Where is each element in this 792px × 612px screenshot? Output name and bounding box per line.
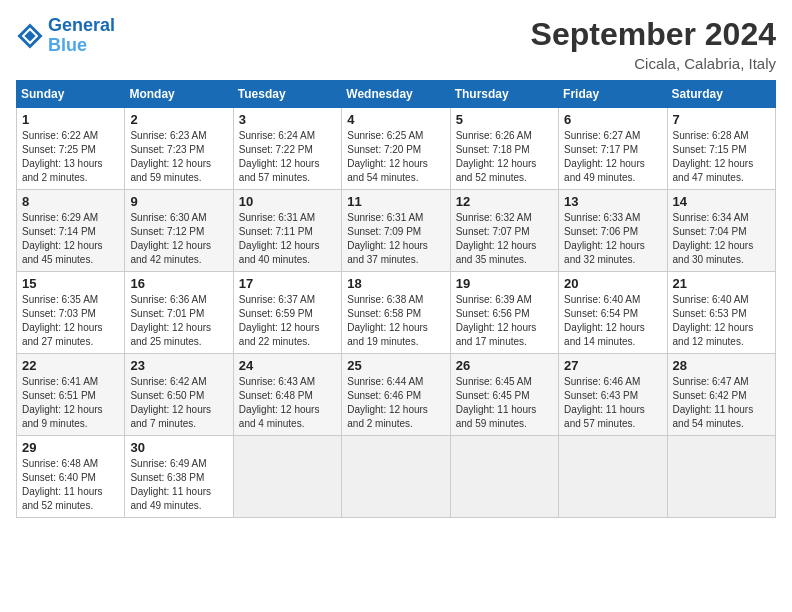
- day-detail: Sunrise: 6:35 AM Sunset: 7:03 PM Dayligh…: [22, 293, 119, 349]
- day-detail: Sunrise: 6:27 AM Sunset: 7:17 PM Dayligh…: [564, 129, 661, 185]
- day-detail: Sunrise: 6:31 AM Sunset: 7:09 PM Dayligh…: [347, 211, 444, 267]
- day-number: 26: [456, 358, 553, 373]
- weekday-header-saturday: Saturday: [667, 81, 775, 108]
- calendar-day-1: 1Sunrise: 6:22 AM Sunset: 7:25 PM Daylig…: [17, 108, 125, 190]
- day-detail: Sunrise: 6:24 AM Sunset: 7:22 PM Dayligh…: [239, 129, 336, 185]
- day-detail: Sunrise: 6:33 AM Sunset: 7:06 PM Dayligh…: [564, 211, 661, 267]
- calendar-day-21: 21Sunrise: 6:40 AM Sunset: 6:53 PM Dayli…: [667, 272, 775, 354]
- day-number: 2: [130, 112, 227, 127]
- day-detail: Sunrise: 6:38 AM Sunset: 6:58 PM Dayligh…: [347, 293, 444, 349]
- day-number: 24: [239, 358, 336, 373]
- calendar-day-23: 23Sunrise: 6:42 AM Sunset: 6:50 PM Dayli…: [125, 354, 233, 436]
- day-number: 7: [673, 112, 770, 127]
- calendar-day-20: 20Sunrise: 6:40 AM Sunset: 6:54 PM Dayli…: [559, 272, 667, 354]
- weekday-header-tuesday: Tuesday: [233, 81, 341, 108]
- day-number: 16: [130, 276, 227, 291]
- day-number: 14: [673, 194, 770, 209]
- day-detail: Sunrise: 6:43 AM Sunset: 6:48 PM Dayligh…: [239, 375, 336, 431]
- day-number: 30: [130, 440, 227, 455]
- calendar-day-16: 16Sunrise: 6:36 AM Sunset: 7:01 PM Dayli…: [125, 272, 233, 354]
- calendar-day-5: 5Sunrise: 6:26 AM Sunset: 7:18 PM Daylig…: [450, 108, 558, 190]
- day-detail: Sunrise: 6:25 AM Sunset: 7:20 PM Dayligh…: [347, 129, 444, 185]
- day-number: 12: [456, 194, 553, 209]
- day-number: 1: [22, 112, 119, 127]
- day-detail: Sunrise: 6:29 AM Sunset: 7:14 PM Dayligh…: [22, 211, 119, 267]
- day-detail: Sunrise: 6:32 AM Sunset: 7:07 PM Dayligh…: [456, 211, 553, 267]
- calendar-day-19: 19Sunrise: 6:39 AM Sunset: 6:56 PM Dayli…: [450, 272, 558, 354]
- weekday-header-monday: Monday: [125, 81, 233, 108]
- calendar-day-14: 14Sunrise: 6:34 AM Sunset: 7:04 PM Dayli…: [667, 190, 775, 272]
- logo: General Blue: [16, 16, 115, 56]
- calendar-day-10: 10Sunrise: 6:31 AM Sunset: 7:11 PM Dayli…: [233, 190, 341, 272]
- calendar-day-28: 28Sunrise: 6:47 AM Sunset: 6:42 PM Dayli…: [667, 354, 775, 436]
- calendar-day-13: 13Sunrise: 6:33 AM Sunset: 7:06 PM Dayli…: [559, 190, 667, 272]
- page-header: General Blue September 2024 Cicala, Cala…: [16, 16, 776, 72]
- location-subtitle: Cicala, Calabria, Italy: [531, 55, 776, 72]
- title-block: September 2024 Cicala, Calabria, Italy: [531, 16, 776, 72]
- calendar-day-15: 15Sunrise: 6:35 AM Sunset: 7:03 PM Dayli…: [17, 272, 125, 354]
- calendar-day-22: 22Sunrise: 6:41 AM Sunset: 6:51 PM Dayli…: [17, 354, 125, 436]
- empty-cell: [667, 436, 775, 518]
- day-detail: Sunrise: 6:49 AM Sunset: 6:38 PM Dayligh…: [130, 457, 227, 513]
- day-detail: Sunrise: 6:30 AM Sunset: 7:12 PM Dayligh…: [130, 211, 227, 267]
- day-detail: Sunrise: 6:44 AM Sunset: 6:46 PM Dayligh…: [347, 375, 444, 431]
- calendar-day-8: 8Sunrise: 6:29 AM Sunset: 7:14 PM Daylig…: [17, 190, 125, 272]
- day-detail: Sunrise: 6:46 AM Sunset: 6:43 PM Dayligh…: [564, 375, 661, 431]
- empty-cell: [559, 436, 667, 518]
- calendar-day-6: 6Sunrise: 6:27 AM Sunset: 7:17 PM Daylig…: [559, 108, 667, 190]
- day-number: 6: [564, 112, 661, 127]
- day-number: 11: [347, 194, 444, 209]
- empty-cell: [342, 436, 450, 518]
- empty-cell: [233, 436, 341, 518]
- day-detail: Sunrise: 6:48 AM Sunset: 6:40 PM Dayligh…: [22, 457, 119, 513]
- day-number: 29: [22, 440, 119, 455]
- day-number: 17: [239, 276, 336, 291]
- calendar-day-27: 27Sunrise: 6:46 AM Sunset: 6:43 PM Dayli…: [559, 354, 667, 436]
- empty-cell: [450, 436, 558, 518]
- day-detail: Sunrise: 6:31 AM Sunset: 7:11 PM Dayligh…: [239, 211, 336, 267]
- day-number: 9: [130, 194, 227, 209]
- calendar-day-4: 4Sunrise: 6:25 AM Sunset: 7:20 PM Daylig…: [342, 108, 450, 190]
- day-detail: Sunrise: 6:23 AM Sunset: 7:23 PM Dayligh…: [130, 129, 227, 185]
- day-number: 15: [22, 276, 119, 291]
- day-detail: Sunrise: 6:36 AM Sunset: 7:01 PM Dayligh…: [130, 293, 227, 349]
- calendar-day-9: 9Sunrise: 6:30 AM Sunset: 7:12 PM Daylig…: [125, 190, 233, 272]
- day-number: 18: [347, 276, 444, 291]
- weekday-header-friday: Friday: [559, 81, 667, 108]
- logo-icon: [16, 22, 44, 50]
- day-detail: Sunrise: 6:26 AM Sunset: 7:18 PM Dayligh…: [456, 129, 553, 185]
- calendar-day-18: 18Sunrise: 6:38 AM Sunset: 6:58 PM Dayli…: [342, 272, 450, 354]
- calendar-day-25: 25Sunrise: 6:44 AM Sunset: 6:46 PM Dayli…: [342, 354, 450, 436]
- calendar-day-12: 12Sunrise: 6:32 AM Sunset: 7:07 PM Dayli…: [450, 190, 558, 272]
- day-number: 23: [130, 358, 227, 373]
- calendar-day-24: 24Sunrise: 6:43 AM Sunset: 6:48 PM Dayli…: [233, 354, 341, 436]
- day-detail: Sunrise: 6:39 AM Sunset: 6:56 PM Dayligh…: [456, 293, 553, 349]
- day-number: 8: [22, 194, 119, 209]
- day-detail: Sunrise: 6:41 AM Sunset: 6:51 PM Dayligh…: [22, 375, 119, 431]
- calendar-day-2: 2Sunrise: 6:23 AM Sunset: 7:23 PM Daylig…: [125, 108, 233, 190]
- day-number: 4: [347, 112, 444, 127]
- calendar-table: SundayMondayTuesdayWednesdayThursdayFrid…: [16, 80, 776, 518]
- day-detail: Sunrise: 6:40 AM Sunset: 6:53 PM Dayligh…: [673, 293, 770, 349]
- day-detail: Sunrise: 6:37 AM Sunset: 6:59 PM Dayligh…: [239, 293, 336, 349]
- day-number: 3: [239, 112, 336, 127]
- logo-text: General Blue: [48, 16, 115, 56]
- calendar-day-17: 17Sunrise: 6:37 AM Sunset: 6:59 PM Dayli…: [233, 272, 341, 354]
- day-number: 13: [564, 194, 661, 209]
- day-detail: Sunrise: 6:40 AM Sunset: 6:54 PM Dayligh…: [564, 293, 661, 349]
- day-number: 27: [564, 358, 661, 373]
- calendar-day-29: 29Sunrise: 6:48 AM Sunset: 6:40 PM Dayli…: [17, 436, 125, 518]
- day-number: 21: [673, 276, 770, 291]
- calendar-day-30: 30Sunrise: 6:49 AM Sunset: 6:38 PM Dayli…: [125, 436, 233, 518]
- calendar-day-11: 11Sunrise: 6:31 AM Sunset: 7:09 PM Dayli…: [342, 190, 450, 272]
- weekday-header-sunday: Sunday: [17, 81, 125, 108]
- day-detail: Sunrise: 6:42 AM Sunset: 6:50 PM Dayligh…: [130, 375, 227, 431]
- day-number: 25: [347, 358, 444, 373]
- calendar-day-3: 3Sunrise: 6:24 AM Sunset: 7:22 PM Daylig…: [233, 108, 341, 190]
- day-number: 22: [22, 358, 119, 373]
- day-detail: Sunrise: 6:47 AM Sunset: 6:42 PM Dayligh…: [673, 375, 770, 431]
- day-number: 20: [564, 276, 661, 291]
- calendar-day-26: 26Sunrise: 6:45 AM Sunset: 6:45 PM Dayli…: [450, 354, 558, 436]
- day-detail: Sunrise: 6:45 AM Sunset: 6:45 PM Dayligh…: [456, 375, 553, 431]
- day-number: 19: [456, 276, 553, 291]
